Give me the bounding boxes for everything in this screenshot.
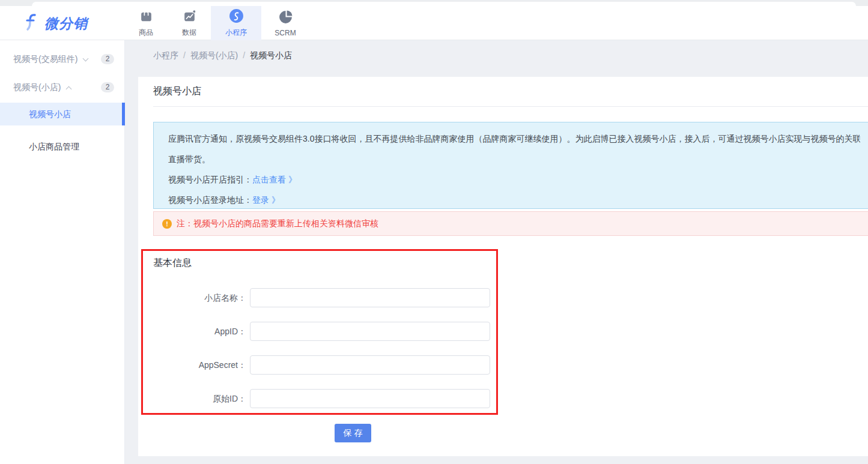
form-row-appsecret: AppSecret：: [143, 355, 496, 375]
guide-label: 视频号小店开店指引：: [168, 175, 252, 184]
nav-item-goods[interactable]: 商品: [127, 6, 165, 40]
sidebar-group-shop[interactable]: 视频号(小店) 2: [0, 78, 125, 96]
shop-name-input[interactable]: [250, 288, 490, 307]
nav-item-miniprogram[interactable]: 小程序: [211, 6, 261, 40]
chevron-up-icon: [66, 86, 72, 92]
notice-login-line: 视频号小店登录地址：登录 》: [168, 190, 860, 209]
guide-link[interactable]: 点击查看 》: [252, 175, 297, 184]
annotation-box: 基本信息 小店名称： AppID： AppSecret： 原始ID：: [141, 249, 498, 415]
breadcrumb-item[interactable]: 小程序: [153, 50, 178, 60]
logo-icon: [24, 13, 40, 34]
field-label: 原始ID：: [143, 389, 246, 408]
logo-text: 微分销: [44, 14, 88, 33]
breadcrumb-item[interactable]: 视频号(小店): [190, 50, 238, 60]
browser-top-strip: [0, 0, 868, 6]
exclamation-icon: !: [162, 219, 172, 229]
save-button[interactable]: 保 存: [335, 424, 371, 442]
warning-box: ! 注：视频号小店的商品需要重新上传相关资料微信审核: [153, 211, 868, 236]
sidebar: 视频号(交易组件) 2 视频号(小店) 2 视频号小店 小店商品管理: [0, 40, 125, 464]
active-indicator-bar: [122, 103, 125, 125]
nav-item-data[interactable]: 数据: [170, 6, 208, 40]
breadcrumb-current: 视频号小店: [250, 50, 292, 60]
login-label: 视频号小店登录地址：: [168, 195, 252, 205]
form-row-shop-name: 小店名称：: [143, 288, 496, 307]
nav-label: 商品: [139, 28, 153, 38]
nav-label: 小程序: [225, 28, 247, 38]
page-title: 视频号小店: [153, 85, 201, 98]
count-badge: 2: [101, 82, 114, 92]
breadcrumb: 小程序/视频号(小店)/视频号小店: [153, 50, 292, 61]
app-header: 微分销 商品 数据 小程序: [0, 6, 868, 40]
original-id-input[interactable]: [250, 389, 490, 408]
count-badge: 2: [101, 54, 114, 64]
bag-icon: [139, 8, 154, 26]
content-card: 视频号小店 应腾讯官方通知，原视频号交易组件3.0接口将收回，且不再提供给非品牌…: [138, 77, 868, 456]
appsecret-input[interactable]: [250, 355, 490, 375]
sidebar-item-video-shop[interactable]: 视频号小店: [0, 103, 125, 125]
form-row-original-id: 原始ID：: [143, 389, 496, 408]
section-title: 基本信息: [153, 257, 192, 270]
form-row-appid: AppID：: [143, 322, 496, 341]
miniprogram-icon: [229, 8, 244, 26]
field-label: AppSecret：: [143, 355, 246, 375]
field-label: 小店名称：: [143, 288, 246, 307]
app-logo[interactable]: 微分销: [24, 11, 88, 36]
breadcrumb-separator: /: [243, 50, 245, 60]
notice-line-2: 直播带货。: [168, 149, 860, 169]
sidebar-item-label: 小店商品管理: [29, 142, 79, 151]
warning-text: 注：视频号小店的商品需要重新上传相关资料微信审核: [177, 218, 378, 229]
notice-line-1: 应腾讯官方通知，原视频号交易组件3.0接口将收回，且不再提供给非品牌商家使用（品…: [168, 128, 860, 149]
notice-box: 应腾讯官方通知，原视频号交易组件3.0接口将收回，且不再提供给非品牌商家使用（品…: [153, 122, 868, 209]
pie-icon: [278, 10, 293, 27]
browser-address-bar: [32, 2, 856, 6]
field-label: AppID：: [143, 322, 246, 341]
sidebar-group-label: 视频号(交易组件): [13, 54, 77, 64]
notice-guide-line: 视频号小店开店指引：点击查看 》: [168, 169, 860, 190]
nav-label: 数据: [182, 28, 196, 38]
nav-item-scrm[interactable]: SCRM: [266, 6, 305, 40]
login-link[interactable]: 登录 》: [252, 195, 280, 205]
sidebar-group-label: 视频号(小店): [13, 82, 61, 92]
divider: [153, 106, 868, 107]
sidebar-item-shop-goods-management[interactable]: 小店商品管理: [0, 135, 125, 158]
chevron-down-icon: [83, 56, 89, 62]
nav-label: SCRM: [275, 29, 296, 37]
main-pane: 小程序/视频号(小店)/视频号小店 视频号小店 应腾讯官方通知，原视频号交易组件…: [125, 40, 868, 464]
breadcrumb-separator: /: [183, 50, 186, 60]
sidebar-group-trade-component[interactable]: 视频号(交易组件) 2: [0, 50, 125, 68]
appid-input[interactable]: [250, 322, 490, 341]
sidebar-item-label: 视频号小店: [29, 109, 71, 119]
chart-icon: [182, 8, 197, 26]
